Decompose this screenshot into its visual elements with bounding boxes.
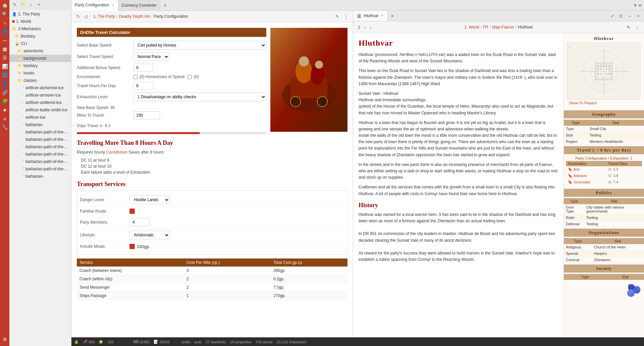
sidebar-item-artificer-armorer[interactable]: 📄 artificer-armorer-tce <box>9 92 71 99</box>
sidebar-item-artificer-tce[interactable]: 📄 artificer-tce <box>9 114 71 121</box>
tab-party-config[interactable]: Party Configuration × <box>71 0 118 11</box>
base-speed-select[interactable]: Cart pulled by HorsesWalking (30ft)Walki… <box>133 41 266 50</box>
sidebar-item-label: barbarian-path-of-the-storm-herald-xge <box>25 152 70 157</box>
danger-level-select[interactable]: Safe LandsRisky LandsHostile Lands <box>129 195 170 204</box>
sidebar-item-barbarian-path-berserker[interactable]: 📄 barbarian-path-of-the-berserker <box>9 143 71 151</box>
sidebar-new-folder[interactable]: 📁 <box>19 1 26 8</box>
icon-bar-puzzle[interactable]: 🧩 <box>1 97 9 105</box>
right-more-icon[interactable]: ⋮ <box>633 23 641 31</box>
encumbered-checkbox[interactable] <box>133 75 138 79</box>
folder-icon: 📁 <box>15 34 19 39</box>
main-area: Party Configuration × Currency Converter… <box>71 0 644 346</box>
party-members-input[interactable] <box>129 218 150 226</box>
sidebar-item-classes[interactable]: 📁 classes <box>9 77 71 84</box>
travel-speed-select[interactable]: Normal PaceFast PaceSlow Pace <box>133 52 169 61</box>
days-travel-value: 6.3 <box>105 123 110 128</box>
icon-bar-home[interactable]: 🏠 <box>1 1 9 9</box>
icon-bar-star[interactable]: ★ <box>1 106 9 114</box>
hours-per-day-input[interactable] <box>133 82 153 90</box>
icon-bar-divider: — <box>1 36 9 44</box>
encumbered-label: Encumbered: <box>77 74 130 79</box>
sidebar-item-backgrounds[interactable]: 📁 backgrounds <box>9 55 71 62</box>
icon-bar-link[interactable]: 🔗 <box>1 89 9 97</box>
sidebar-item-world[interactable]: 1. World <box>9 18 71 25</box>
sidebar-item-barbarian-path-beast[interactable]: 📄 barbarian-path-of-the-beast-tce <box>9 136 71 143</box>
sidebar-item-artificer-battle-smith[interactable]: 📄 artificer-battle-smith-tce <box>9 106 71 114</box>
service-table-row: Ships Passage 1 270gp. <box>77 292 347 300</box>
svg-rect-21 <box>608 66 610 67</box>
sidebar-item-barbarian-path-storm[interactable]: 📄 barbarian-path-of-the-storm-herald-xge <box>9 151 71 158</box>
miles-input[interactable] <box>133 111 160 119</box>
sidebar-item-barbarian-path-zealot[interactable]: 📄 barbarian-path-of-the-zealot-xge <box>9 165 71 173</box>
right-tab-hluthvar[interactable]: 🏛️ Hluthvar × <box>353 11 388 21</box>
sidebar-item-cli[interactable]: 🔒 CLI <box>9 40 71 47</box>
tab-add-button[interactable]: + <box>160 1 170 10</box>
tab-currency-converter[interactable]: Currency Converter <box>118 0 161 10</box>
resize-icon[interactable]: ⊡ <box>617 12 625 20</box>
lifestyle-select[interactable]: PoorModestComfortableWealthyAristocratic <box>129 231 170 239</box>
icon-bar-person[interactable]: 👤 <box>1 80 9 88</box>
minimize-icon[interactable]: ─ <box>626 12 633 20</box>
include-meals-checkbox[interactable] <box>129 244 135 249</box>
icon-bar-users[interactable]: 👤 <box>1 27 9 36</box>
tab-dropdown[interactable]: ▼ <box>632 3 643 8</box>
sidebar-item-artificer-alchemist[interactable]: 📄 artificer-alchemist-tce <box>9 84 71 92</box>
exhaustion-select[interactable]: 0 None1 Disadvantage on ability checks2 … <box>133 93 266 101</box>
icon-bar-wrench[interactable]: 🔧 <box>1 123 9 131</box>
sidebar-item-adventures[interactable]: 📁 adventures <box>9 47 71 55</box>
service-table: Service Cost Per Mile (cp.) Total Cost g… <box>77 258 347 300</box>
status-chars: 650 <box>89 340 95 344</box>
show-to-players-btn[interactable]: Show To Players <box>567 100 641 106</box>
sidebar-item-barbarian[interactable]: 📄 barbarian <box>9 121 71 128</box>
sidebar-sort[interactable]: ↕ <box>28 1 34 8</box>
right-tab-close[interactable]: × <box>381 13 384 18</box>
prefix-label: prefix <box>181 340 191 344</box>
sidebar-item-mechanics[interactable]: 📁 2-Mechanics <box>9 25 71 33</box>
tab-close-party-config[interactable]: × <box>111 3 115 7</box>
sidebar-item-artificer-artillerist[interactable]: 📄 artificer-artillerist-tce <box>9 99 71 106</box>
icon-bar-settings[interactable]: ⚙ <box>1 335 9 343</box>
sidebar-new-file[interactable]: ✎ <box>11 1 18 8</box>
sidebar-item-the-party[interactable]: 👤 1. The Party <box>9 10 71 18</box>
icon-bar-world[interactable]: 🌐 <box>1 71 9 79</box>
right-nav-forward[interactable]: › <box>369 24 373 31</box>
sidebar-item-bestiary[interactable]: 📁 Bestiary <box>9 33 71 40</box>
org-table-row: Special Harpers <box>564 250 644 257</box>
sidebar-item-books[interactable]: 📁 books <box>9 69 71 77</box>
hluthvar-main: Hluthvar Hluthvar (pronounced: /he'lθvɑː… <box>353 33 564 337</box>
sidebar-close[interactable]: × <box>36 1 42 8</box>
bonus-speed-input[interactable] <box>133 64 153 72</box>
breadcrumb-link-party[interactable]: 1. The Party <box>93 14 115 19</box>
icon-bar-bookmark[interactable]: 🔖 <box>1 19 9 27</box>
sidebar-item-barbarian-path-ancestral[interactable]: 📄 barbarian-path-of-the-ancestral-guardi… <box>9 128 71 136</box>
right-pencil-icon[interactable]: ✎ <box>625 23 632 31</box>
close-window-icon[interactable]: × <box>635 12 642 20</box>
svg-point-7 <box>299 56 309 66</box>
icon-bar-search[interactable]: 🔍 <box>1 10 9 18</box>
right-tab-add[interactable]: + <box>388 13 397 19</box>
sidebar-item-bestiary2[interactable]: 📁 bestiary <box>9 62 71 69</box>
icon-bar-graph[interactable]: 📊 <box>1 62 9 70</box>
organizations-section-title: Organizations <box>564 229 644 237</box>
sidebar-item-barbarian-path-totem[interactable]: 📄 barbarian-path-of-the-totem-warrior <box>9 158 71 165</box>
constitution-link[interactable]: Constitution <box>106 150 127 155</box>
icon-bar-grid[interactable]: ▦ <box>1 45 9 53</box>
right-nav-back[interactable]: ‹ <box>363 24 367 31</box>
sidebar-item-barbarian2[interactable]: 📄 barbarian- <box>9 173 71 180</box>
icon-bar-list[interactable]: ☰ <box>1 54 9 62</box>
hluthvar-para-4: Hluthvar is a town that has begun to flo… <box>359 120 558 158</box>
expand-icon[interactable]: ⤢ <box>608 12 616 20</box>
cost-per-mile: 3 <box>184 267 271 275</box>
breadcrumb-link-fr[interactable]: FR <box>483 25 488 30</box>
more-options-icon[interactable]: ⋮ <box>342 13 350 20</box>
pencil-icon[interactable]: ✎ <box>333 13 341 20</box>
familiar-route-checkbox[interactable] <box>129 209 135 214</box>
file-icon: 📄 <box>20 167 24 171</box>
breadcrumb-link-world[interactable]: 1. World <box>464 25 479 30</box>
breadcrumb-link-map-faerun[interactable]: Map-Faerun <box>492 25 514 30</box>
horseshoes-checkbox[interactable] <box>187 75 192 79</box>
nav-prev-btn[interactable]: 7 ‹ <box>75 13 82 20</box>
nav-next-btn[interactable]: › 1 <box>83 13 90 20</box>
icon-bar-sword[interactable]: ⚔ <box>1 115 9 123</box>
breadcrumb-link-deadly-depth[interactable]: Deadly Depth Inn <box>119 14 150 19</box>
